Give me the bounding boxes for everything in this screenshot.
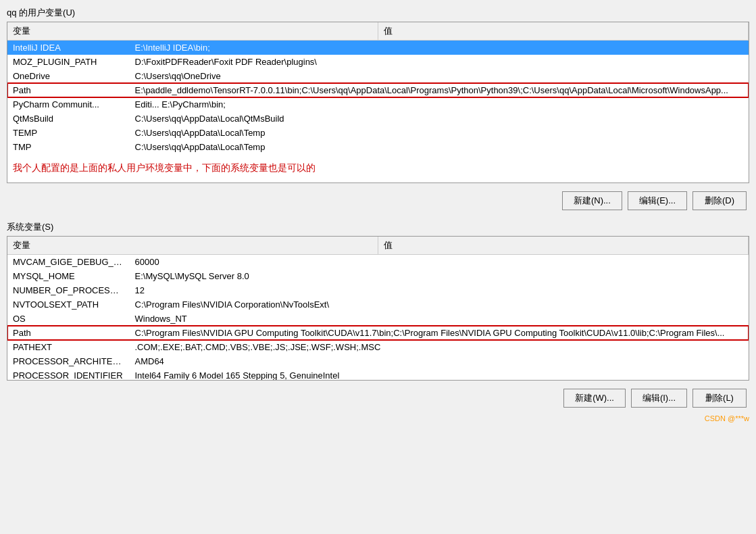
sys-new-button[interactable]: 新建(W)...	[563, 389, 626, 408]
sys-table-inner: MVCAM_GIGE_DEBUG_HE...60000MYSQL_HOMEE:\…	[7, 255, 749, 380]
sys-button-row: 新建(W)... 编辑(I)... 删除(L)	[7, 385, 749, 412]
sys-table-row[interactable]: NVTOOLSEXT_PATHC:\Program Files\NVIDIA C…	[7, 297, 749, 312]
sys-val-cell: 12	[129, 283, 749, 297]
user-table-container: 变量 值 IntelliJ IDEAE:\IntelliJ IDEA\bin;M…	[7, 22, 749, 183]
sys-variables-section: 系统变量(S) 变量 值 MVCAM_GIGE_DEBUG_HE...60000…	[7, 221, 749, 412]
user-table-row[interactable]: TMPC:\Users\qq\AppData\Local\Temp	[7, 140, 749, 154]
sys-edit-button[interactable]: 编辑(I)...	[631, 389, 687, 408]
sys-table-row[interactable]: MYSQL_HOMEE:\MySQL\MySQL Server 8.0	[7, 269, 749, 283]
sys-variables-table: 变量 值	[7, 237, 749, 255]
user-table-row[interactable]: PyCharm Communit...Editi... E:\PyCharm\b…	[7, 97, 749, 112]
sys-val-cell: AMD64	[129, 354, 749, 368]
user-var-cell: Path	[7, 83, 129, 97]
user-val-cell: C:\Users\qq\AppData\Local\Temp	[129, 140, 749, 154]
sys-val-cell: Intel64 Family 6 Model 165 Stepping 5, G…	[129, 368, 749, 380]
user-val-cell: E:\IntelliJ IDEA\bin;	[129, 41, 749, 55]
user-var-cell: QtMsBuild	[7, 112, 129, 126]
sys-var-cell: OS	[7, 312, 129, 326]
sys-val-cell: 60000	[129, 255, 749, 269]
sys-col-val: 值	[378, 237, 748, 255]
user-delete-button[interactable]: 删除(D)	[692, 191, 747, 210]
user-col-val: 值	[378, 22, 748, 41]
user-table-inner: IntelliJ IDEAE:\IntelliJ IDEA\bin;MOZ_PL…	[7, 41, 749, 154]
sys-delete-button[interactable]: 删除(L)	[692, 389, 747, 408]
user-val-cell: Editi... E:\PyCharm\bin;	[129, 97, 749, 112]
user-val-cell: D:\FoxitPDFReader\Foxit PDF Reader\plugi…	[129, 55, 749, 69]
user-table-row[interactable]: IntelliJ IDEAE:\IntelliJ IDEA\bin;	[7, 41, 749, 55]
user-button-row: 新建(N)... 编辑(E)... 删除(D)	[7, 187, 749, 214]
sys-table-row[interactable]: PROCESSOR_IDENTIFIERIntel64 Family 6 Mod…	[7, 368, 749, 380]
sys-table-container: 变量 值 MVCAM_GIGE_DEBUG_HE...60000MYSQL_HO…	[7, 236, 749, 381]
user-val-cell: E:\paddle_ddldemo\TensorRT-7.0.0.11\bin;…	[129, 83, 749, 97]
user-var-cell: OneDrive	[7, 69, 129, 83]
user-variables-section: qq 的用户变量(U) 变量 值 IntelliJ IDEAE:\Intelli…	[7, 7, 749, 214]
sys-table-row[interactable]: PROCESSOR_ARCHITECT...AMD64	[7, 354, 749, 368]
sys-val-cell: C:\Program Files\NVIDIA GPU Computing To…	[129, 326, 749, 340]
user-var-cell: PyCharm Communit...	[7, 97, 129, 112]
sys-var-cell: MVCAM_GIGE_DEBUG_HE...	[7, 255, 129, 269]
user-table-scroll[interactable]: IntelliJ IDEAE:\IntelliJ IDEA\bin;MOZ_PL…	[7, 41, 749, 154]
sys-val-cell: E:\MySQL\MySQL Server 8.0	[129, 269, 749, 283]
sys-var-cell: NUMBER_OF_PROCESSORS	[7, 283, 129, 297]
user-section-label: qq 的用户变量(U)	[7, 7, 749, 19]
user-variables-table: 变量 值	[7, 22, 749, 41]
user-edit-button[interactable]: 编辑(E)...	[628, 191, 687, 210]
sys-table-row[interactable]: NUMBER_OF_PROCESSORS12	[7, 283, 749, 297]
user-col-var: 变量	[7, 22, 378, 41]
user-var-cell: MOZ_PLUGIN_PATH	[7, 55, 129, 69]
sys-table-row[interactable]: PATHEXT.COM;.EXE;.BAT;.CMD;.VBS;.VBE;.JS…	[7, 340, 749, 354]
sys-var-cell: PROCESSOR_ARCHITECT...	[7, 354, 129, 368]
sys-var-cell: MYSQL_HOME	[7, 269, 129, 283]
sys-val-cell: C:\Program Files\NVIDIA Corporation\NvTo…	[129, 297, 749, 312]
sys-var-cell: Path	[7, 326, 129, 340]
sys-var-cell: PROCESSOR_IDENTIFIER	[7, 368, 129, 380]
user-table-row[interactable]: PathE:\paddle_ddldemo\TensorRT-7.0.0.11\…	[7, 83, 749, 97]
watermark: CSDN @***w	[7, 414, 749, 422]
user-var-cell: TEMP	[7, 126, 129, 140]
user-var-cell: TMP	[7, 140, 129, 154]
sys-section-label: 系统变量(S)	[7, 221, 749, 233]
user-val-cell: C:\Users\qq\AppData\Local\Temp	[129, 126, 749, 140]
sys-table-row[interactable]: OSWindows_NT	[7, 312, 749, 326]
sys-val-cell: .COM;.EXE;.BAT;.CMD;.VBS;.VBE;.JS;.JSE;.…	[129, 340, 749, 354]
annotation-text: 我个人配置的是上面的私人用户环境变量中，下面的系统变量也是可以的	[7, 154, 749, 183]
sys-table-row[interactable]: MVCAM_GIGE_DEBUG_HE...60000	[7, 255, 749, 269]
user-var-cell: IntelliJ IDEA	[7, 41, 129, 55]
user-table-row[interactable]: MOZ_PLUGIN_PATHD:\FoxitPDFReader\Foxit P…	[7, 55, 749, 69]
user-new-button[interactable]: 新建(N)...	[562, 191, 622, 210]
sys-table-row[interactable]: PathC:\Program Files\NVIDIA GPU Computin…	[7, 326, 749, 340]
user-table-row[interactable]: TEMPC:\Users\qq\AppData\Local\Temp	[7, 126, 749, 140]
sys-var-cell: PATHEXT	[7, 340, 129, 354]
sys-var-cell: NVTOOLSEXT_PATH	[7, 297, 129, 312]
user-val-cell: C:\Users\qq\OneDrive	[129, 69, 749, 83]
user-val-cell: C:\Users\qq\AppData\Local\QtMsBuild	[129, 112, 749, 126]
user-table-row[interactable]: QtMsBuildC:\Users\qq\AppData\Local\QtMsB…	[7, 112, 749, 126]
sys-val-cell: Windows_NT	[129, 312, 749, 326]
user-table-row[interactable]: OneDriveC:\Users\qq\OneDrive	[7, 69, 749, 83]
sys-table-scroll[interactable]: MVCAM_GIGE_DEBUG_HE...60000MYSQL_HOMEE:\…	[7, 255, 749, 380]
sys-col-var: 变量	[7, 237, 378, 255]
